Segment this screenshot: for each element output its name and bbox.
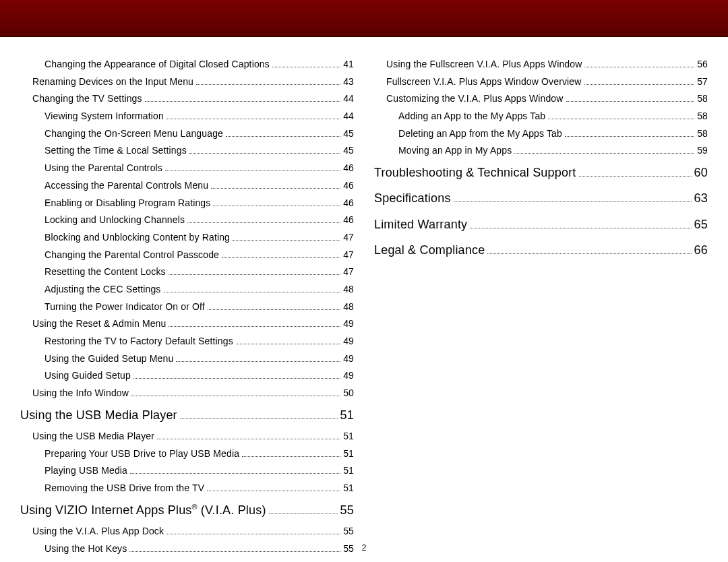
toc-entry-label: Using Guided Setup bbox=[44, 369, 131, 383]
toc-entry-page: 59 bbox=[697, 144, 708, 158]
toc-entry-label: Troubleshooting & Technical Support bbox=[374, 161, 576, 184]
toc-entry: Restoring the TV to Factory Default Sett… bbox=[20, 334, 354, 349]
toc-dot-leader bbox=[487, 253, 691, 254]
toc-entry-page: 49 bbox=[343, 352, 354, 367]
toc-dot-leader bbox=[584, 67, 694, 67]
toc-entry-label: Renaming Devices on the Input Menu bbox=[32, 75, 193, 90]
toc-entry: Changing the Appearance of Digital Close… bbox=[20, 57, 354, 72]
toc-entry-page: 45 bbox=[343, 127, 354, 142]
toc-entry-label: Fullscreen V.I.A. Plus Apps Window Overv… bbox=[386, 75, 582, 90]
toc-entry-page: 44 bbox=[343, 92, 354, 106]
toc-entry-label: Preparing Your USB Drive to Play USB Med… bbox=[44, 447, 239, 462]
toc-entry: Locking and Unlocking Channels46 bbox=[20, 213, 354, 228]
toc-entry-label: Adding an App to the My Apps Tab bbox=[398, 109, 545, 124]
toc-entry-page: 55 bbox=[343, 524, 354, 539]
page-number: 2 bbox=[0, 543, 728, 553]
toc-entry-label: Limited Warranty bbox=[374, 213, 467, 236]
toc-entry: Renaming Devices on the Input Menu43 bbox=[20, 75, 354, 90]
toc-entry-page: 51 bbox=[340, 404, 354, 427]
toc-entry: Limited Warranty65 bbox=[374, 213, 708, 236]
toc-entry-page: 49 bbox=[343, 369, 354, 383]
toc-entry: Using VIZIO Internet Apps Plus® (V.I.A. … bbox=[20, 499, 354, 522]
toc-entry-label: Moving an App in My Apps bbox=[398, 144, 512, 158]
toc-entry-page: 48 bbox=[343, 300, 354, 315]
toc-entry-page: 58 bbox=[697, 127, 708, 142]
toc-entry-label: Changing the On-Screen Menu Language bbox=[44, 127, 223, 142]
toc-dot-leader bbox=[208, 309, 340, 310]
toc-entry-page: 56 bbox=[697, 57, 708, 72]
toc-dot-leader bbox=[211, 188, 340, 189]
toc-entry: Using the USB Media Player51 bbox=[20, 404, 354, 427]
toc-entry-label: Changing the Appearance of Digital Close… bbox=[44, 57, 270, 72]
toc-entry-page: 43 bbox=[343, 75, 354, 90]
toc-entry-label: Enabling or Disabling Program Ratings bbox=[44, 196, 210, 211]
toc-dot-leader bbox=[548, 119, 694, 119]
toc-entry-label: Using the USB Media Player bbox=[20, 404, 177, 427]
toc-entry-label: Using the Reset & Admin Menu bbox=[32, 317, 166, 332]
toc-entry-label: Turning the Power Indicator On or Off bbox=[44, 300, 205, 315]
toc-entry: Using the Parental Controls46 bbox=[20, 161, 354, 176]
header-band bbox=[0, 0, 728, 37]
toc-dot-leader bbox=[169, 274, 340, 275]
toc-entry-page: 60 bbox=[694, 161, 708, 184]
toc-entry-page: 45 bbox=[343, 144, 354, 158]
toc-entry-page: 63 bbox=[694, 187, 708, 210]
toc-entry-page: 41 bbox=[343, 57, 354, 72]
toc-entry: Troubleshooting & Technical Support60 bbox=[374, 161, 708, 184]
toc-entry-page: 51 bbox=[343, 464, 354, 478]
toc-entry-label: Specifications bbox=[374, 187, 451, 210]
toc-entry-label: Adjusting the CEC Settings bbox=[44, 282, 161, 297]
toc-entry: Viewing System Information44 bbox=[20, 109, 354, 124]
toc-entry: Fullscreen V.I.A. Plus Apps Window Overv… bbox=[374, 75, 708, 90]
toc-entry: Using the Reset & Admin Menu49 bbox=[20, 317, 354, 332]
toc-dot-leader bbox=[272, 67, 340, 67]
toc-dot-leader bbox=[133, 378, 340, 379]
toc-entry-page: 46 bbox=[343, 196, 354, 211]
toc-entry-label: Playing USB Media bbox=[44, 464, 127, 478]
toc-entry-label: Accessing the Parental Controls Menu bbox=[44, 179, 208, 193]
toc-entry: Using the USB Media Player51 bbox=[20, 429, 354, 444]
toc-dot-leader bbox=[584, 84, 695, 85]
toc-entry-label: Setting the Time & Local Settings bbox=[44, 144, 187, 158]
toc-dot-leader bbox=[157, 439, 340, 439]
toc-entry-page: 51 bbox=[343, 447, 354, 462]
toc-entry-label: Removing the USB Drive from the TV bbox=[44, 481, 204, 496]
toc-dot-leader bbox=[176, 361, 340, 362]
toc-entry-label: Blocking and Unblocking Content by Ratin… bbox=[44, 230, 230, 245]
toc-entry-label: Customizing the V.I.A. Plus Apps Window bbox=[386, 92, 564, 106]
toc-entry-label: Using the Parental Controls bbox=[44, 161, 162, 176]
toc-entry-page: 47 bbox=[343, 265, 354, 280]
toc-dot-leader bbox=[269, 513, 338, 514]
toc-dot-leader bbox=[169, 326, 340, 327]
toc-entry: Resetting the Content Locks47 bbox=[20, 265, 354, 280]
toc-left-column: Changing the Appearance of Digital Close… bbox=[20, 57, 354, 559]
toc-entry-page: 47 bbox=[343, 230, 354, 245]
toc-dot-leader bbox=[207, 491, 340, 491]
toc-entry-page: 50 bbox=[343, 386, 354, 401]
toc-entry: Removing the USB Drive from the TV51 bbox=[20, 481, 354, 496]
toc-entry-label: Changing the TV Settings bbox=[32, 92, 142, 106]
toc-entry-label: Using the V.I.A. Plus App Dock bbox=[32, 524, 164, 539]
toc-entry-label: Using VIZIO Internet Apps Plus® (V.I.A. … bbox=[20, 499, 266, 522]
toc-dot-leader bbox=[470, 228, 691, 228]
toc-entry-page: 58 bbox=[697, 92, 708, 106]
toc-dot-leader bbox=[166, 534, 340, 534]
toc-entry: Using the V.I.A. Plus App Dock55 bbox=[20, 524, 354, 539]
toc-dot-leader bbox=[514, 153, 694, 154]
toc-entry: Changing the On-Screen Menu Language45 bbox=[20, 127, 354, 142]
toc-entry: Blocking and Unblocking Content by Ratin… bbox=[20, 230, 354, 245]
toc-entry: Using the Info Window50 bbox=[20, 386, 354, 401]
toc-entry: Changing the Parental Control Passcode47 bbox=[20, 248, 354, 263]
toc-entry: Moving an App in My Apps59 bbox=[374, 144, 708, 158]
toc-entry: Setting the Time & Local Settings45 bbox=[20, 144, 354, 158]
toc-dot-leader bbox=[565, 136, 694, 137]
toc-entry: Customizing the V.I.A. Plus Apps Window5… bbox=[374, 92, 708, 106]
toc-entry-page: 51 bbox=[343, 481, 354, 496]
toc-entry: Deleting an App from the My Apps Tab58 bbox=[374, 127, 708, 142]
toc-entry-label: Restoring the TV to Factory Default Sett… bbox=[44, 334, 233, 349]
toc-dot-leader bbox=[145, 101, 340, 102]
toc-entry-page: 49 bbox=[343, 317, 354, 332]
toc-entry-page: 44 bbox=[343, 109, 354, 124]
toc-entry-page: 58 bbox=[697, 109, 708, 124]
toc-entry-label: Using the Info Window bbox=[32, 386, 129, 401]
